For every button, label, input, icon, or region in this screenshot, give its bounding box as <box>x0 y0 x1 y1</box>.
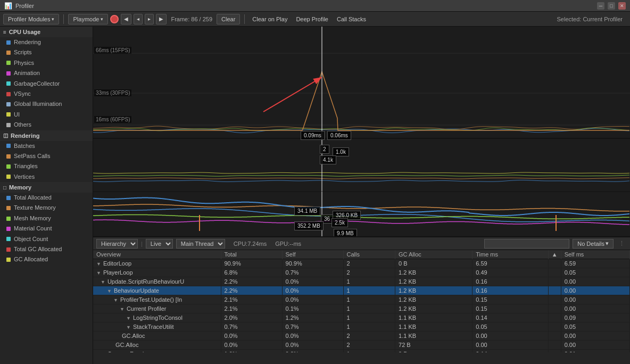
sidebar-item-ui[interactable]: UI <box>0 110 93 120</box>
sidebar-item-texture-memory[interactable]: Texture Memory <box>0 203 93 213</box>
cell-gc-alloc: 72 B <box>395 341 473 350</box>
table-row[interactable]: ▼EditorLoop 90.9% 90.9% 2 0 B 6.59 6.59 <box>93 259 630 268</box>
table-scroll[interactable]: Overview Total Self Calls GC Alloc Time … <box>93 250 630 352</box>
sidebar-item-rendering[interactable]: Rendering <box>0 37 93 47</box>
expand-arrow[interactable]: ▼ <box>120 307 125 312</box>
thread-select[interactable]: Main Thread <box>176 239 225 249</box>
cell-gc-alloc: 0 B <box>395 350 473 353</box>
section-header-cpu[interactable]: ≡ CPU Usage <box>0 27 93 37</box>
chart-area[interactable]: 66ms (15FPS) 33ms (30FPS) 16ms (60FPS) 0… <box>93 27 630 236</box>
sidebar-item-material-count[interactable]: Material Count <box>0 224 93 234</box>
no-details-btn[interactable]: No Details ▾ <box>573 239 614 249</box>
sidebar-item-gi[interactable]: Global Illumination <box>0 99 93 109</box>
record-btn[interactable] <box>110 15 119 23</box>
table-row[interactable]: GC.Alloc 0.0% 0.0% 2 72 B 0.00 0.00 <box>93 341 630 350</box>
sidebar-item-scripts[interactable]: Scripts <box>0 47 93 57</box>
sidebar-item-setpass[interactable]: SetPass Calls <box>0 151 93 161</box>
close-btn[interactable]: ✕ <box>618 2 626 10</box>
sidebar-item-batches[interactable]: Batches <box>0 141 93 151</box>
expand-arrow[interactable]: ▼ <box>126 325 131 330</box>
sidebar-item-animation[interactable]: Animation <box>0 68 93 78</box>
minimize-btn[interactable]: ─ <box>597 2 604 10</box>
deep-profile-label[interactable]: Deep Profile <box>293 16 331 22</box>
call-stacks-label[interactable]: Call Stacks <box>334 16 369 22</box>
table-row[interactable]: ▼LogStringToConsol 2.0% 1.2% 1 1.1 KB 0.… <box>93 313 630 322</box>
sidebar-item-total-allocated[interactable]: Total Allocated <box>0 193 93 203</box>
expand-arrow[interactable]: ▼ <box>101 352 105 352</box>
col-sort-indicator[interactable]: ▲ <box>548 250 561 259</box>
sidebar-item-object-count[interactable]: Object Count <box>0 234 93 244</box>
cell-self-ms: 0.05 <box>561 322 629 332</box>
more-options-btn[interactable]: ⋮ <box>617 240 627 247</box>
prev-frame-step-btn[interactable]: ◂ <box>134 14 143 24</box>
table-row[interactable]: ▼PlayerLoop 6.8% 0.7% 2 1.2 KB 0.49 0.05 <box>93 268 630 277</box>
search-input[interactable] <box>484 239 569 249</box>
expand-arrow[interactable]: ▼ <box>96 270 101 276</box>
cell-name: ▼Current Profiler <box>93 304 221 313</box>
table-row[interactable]: GC.Alloc 0.0% 0.0% 2 1.1 KB 0.00 0.00 <box>93 332 630 341</box>
sidebar-item-gc-alloc[interactable]: GC Allocated <box>0 254 93 264</box>
cell-total: 90.9% <box>221 259 282 268</box>
expand-arrow[interactable]: ▼ <box>107 288 112 294</box>
col-self-ms[interactable]: Self ms <box>561 250 629 259</box>
maximize-btn[interactable]: □ <box>608 2 615 10</box>
cell-gc-alloc: 0 B <box>395 259 473 268</box>
expand-arrow[interactable]: ▼ <box>126 316 131 321</box>
modules-btn[interactable]: Profiler Modules <box>3 14 59 24</box>
prev-frame-btn[interactable]: ◀ <box>121 14 131 24</box>
cell-flag <box>548 286 561 295</box>
sidebar-item-total-gc[interactable]: Total GC Allocated <box>0 244 93 254</box>
expand-arrow[interactable]: ▼ <box>101 279 105 285</box>
cell-name: ▼LogStringToConsol <box>93 313 221 322</box>
sidebar-item-others[interactable]: Others <box>0 120 93 130</box>
clear-btn[interactable]: Clear <box>217 14 240 24</box>
cell-time-ms: 0.15 <box>473 295 549 304</box>
col-time-ms[interactable]: Time ms <box>473 250 549 259</box>
table-row[interactable]: ▼BehaviourUpdate 2.2% 0.0% 1 1.2 KB 0.16… <box>93 286 630 295</box>
section-header-memory[interactable]: □ Memory <box>0 182 93 193</box>
table-row[interactable]: ▼Current Profiler 2.1% 0.1% 1 1.2 KB 0.1… <box>93 304 630 313</box>
cell-time-ms: 6.59 <box>473 259 549 268</box>
clear-on-play-label[interactable]: Clear on Play <box>249 16 291 22</box>
sidebar-item-gc[interactable]: GarbageCollector <box>0 79 93 89</box>
sidebar-item-mesh-memory[interactable]: Mesh Memory <box>0 213 93 224</box>
cell-self: 0.0% <box>282 295 343 304</box>
col-self[interactable]: Self <box>282 250 343 259</box>
cell-flag <box>548 268 561 277</box>
cell-calls: 1 <box>343 313 395 322</box>
material-count-dot <box>6 227 11 231</box>
next-frame-step-btn[interactable]: ▸ <box>145 14 154 24</box>
section-header-rendering[interactable]: ◫ Rendering <box>0 130 93 141</box>
memory-section-label: Memory <box>9 184 31 191</box>
table-row[interactable]: ▼Camera.Render 1.9% 0.2% 1 0 B 0.14 0.01 <box>93 350 630 353</box>
expand-arrow[interactable]: ▼ <box>113 297 118 303</box>
triangles-label: Triangles <box>14 162 38 170</box>
table-row[interactable]: ▼ProfilerTest.Update() [In 2.1% 0.0% 1 1… <box>93 295 630 304</box>
live-select[interactable]: Live <box>146 239 173 249</box>
expand-arrow[interactable]: ▼ <box>96 261 101 267</box>
sidebar-item-vertices[interactable]: Vertices <box>0 172 93 182</box>
col-gc-alloc[interactable]: GC Alloc <box>395 250 473 259</box>
col-calls[interactable]: Calls <box>343 250 395 259</box>
next-frame-btn[interactable]: ▶ <box>156 14 167 24</box>
vsync-label: VSync <box>14 90 31 98</box>
hierarchy-select[interactable]: Hierarchy <box>96 239 138 249</box>
sidebar-item-vsync[interactable]: VSync <box>0 89 93 99</box>
table-row[interactable]: ▼Update.ScriptRunBehaviourU 2.2% 0.0% 1 … <box>93 277 630 286</box>
setpass-label: SetPass Calls <box>14 152 50 160</box>
profiler-canvas[interactable] <box>93 27 630 236</box>
cell-calls: 2 <box>343 259 395 268</box>
sidebar-item-triangles[interactable]: Triangles <box>0 161 93 171</box>
cell-gc-alloc: 1.2 KB <box>395 277 473 286</box>
col-total[interactable]: Total <box>221 250 282 259</box>
table-row[interactable]: ▼StackTraceUtilit 0.7% 0.7% 1 1.1 KB 0.0… <box>93 322 630 332</box>
col-overview[interactable]: Overview <box>93 250 221 259</box>
sidebar-item-physics[interactable]: Physics <box>0 58 93 68</box>
playmode-btn[interactable]: Playmode <box>68 14 108 24</box>
cell-self: 0.7% <box>282 322 343 332</box>
rendering-section-label: Rendering <box>11 133 39 139</box>
others-dot <box>6 123 11 127</box>
gpu-info: GPU:--ms <box>275 241 301 247</box>
physics-dot <box>6 61 11 65</box>
frame-label: Frame: 86 / 259 <box>169 16 214 22</box>
